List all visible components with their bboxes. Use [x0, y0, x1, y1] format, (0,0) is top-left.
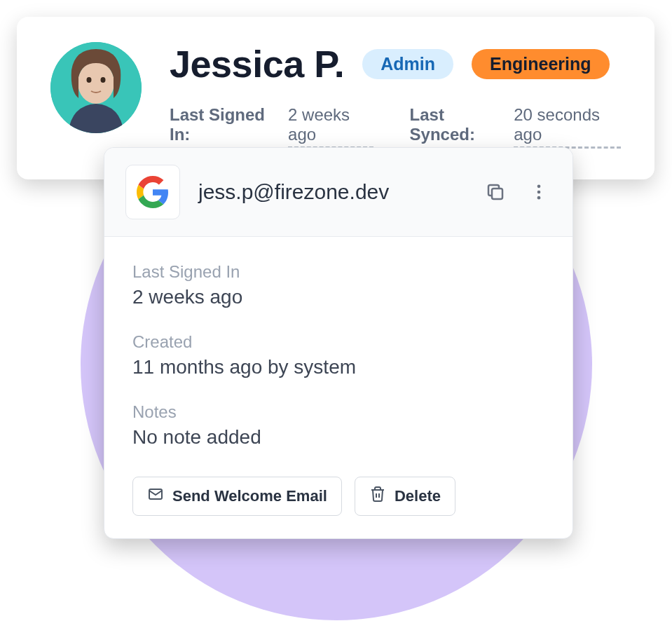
svg-point-1 — [78, 62, 114, 104]
google-icon — [125, 165, 180, 219]
field-value: No note added — [132, 426, 544, 449]
email-address: jess.p@firezone.dev — [198, 180, 465, 204]
field-last-signed-in: Last Signed In 2 weeks ago — [132, 262, 544, 308]
badge-engineering[interactable]: Engineering — [472, 49, 609, 79]
field-label: Notes — [132, 402, 544, 422]
svg-point-2 — [87, 77, 92, 83]
field-value: 2 weeks ago — [132, 286, 544, 308]
field-value: 11 months ago by system — [132, 356, 544, 378]
button-label: Send Welcome Email — [172, 487, 327, 505]
svg-point-3 — [101, 77, 106, 83]
mail-icon — [147, 486, 164, 507]
last-signed-in-value: 2 weeks ago — [288, 105, 373, 149]
field-label: Created — [132, 332, 544, 352]
field-label: Last Signed In — [132, 262, 544, 282]
svg-point-5 — [537, 185, 541, 189]
field-created: Created 11 months ago by system — [132, 332, 544, 378]
detail-body: Last Signed In 2 weeks ago Created 11 mo… — [104, 237, 572, 538]
last-synced-value: 20 seconds ago — [514, 105, 621, 149]
last-signed-in-item: Last Signed In: 2 weeks ago — [170, 105, 373, 149]
avatar-image — [50, 42, 142, 133]
send-welcome-email-button[interactable]: Send Welcome Email — [132, 477, 342, 516]
detail-header: jess.p@firezone.dev — [104, 148, 572, 237]
last-signed-in-label: Last Signed In: — [170, 105, 278, 144]
svg-point-7 — [537, 196, 541, 200]
badge-admin[interactable]: Admin — [362, 49, 453, 79]
field-notes: Notes No note added — [132, 402, 544, 449]
svg-rect-4 — [492, 189, 502, 199]
actions-row: Send Welcome Email Delete — [132, 477, 544, 516]
button-label: Delete — [395, 487, 441, 505]
delete-button[interactable]: Delete — [355, 477, 455, 516]
trash-icon — [369, 486, 386, 507]
last-synced-label: Last Synced: — [410, 105, 505, 144]
user-name: Jessica P. — [170, 42, 344, 86]
detail-card: jess.p@firezone.dev Last Signed In 2 wee… — [104, 147, 573, 539]
avatar[interactable] — [50, 42, 142, 133]
name-row: Jessica P. Admin Engineering — [170, 42, 621, 86]
last-synced-item: Last Synced: 20 seconds ago — [410, 105, 621, 149]
svg-point-6 — [537, 191, 541, 194]
profile-main: Jessica P. Admin Engineering Last Signed… — [170, 42, 621, 149]
meta-row: Last Signed In: 2 weeks ago Last Synced:… — [170, 105, 621, 149]
more-menu-icon[interactable] — [526, 179, 551, 205]
copy-icon[interactable] — [483, 179, 508, 205]
